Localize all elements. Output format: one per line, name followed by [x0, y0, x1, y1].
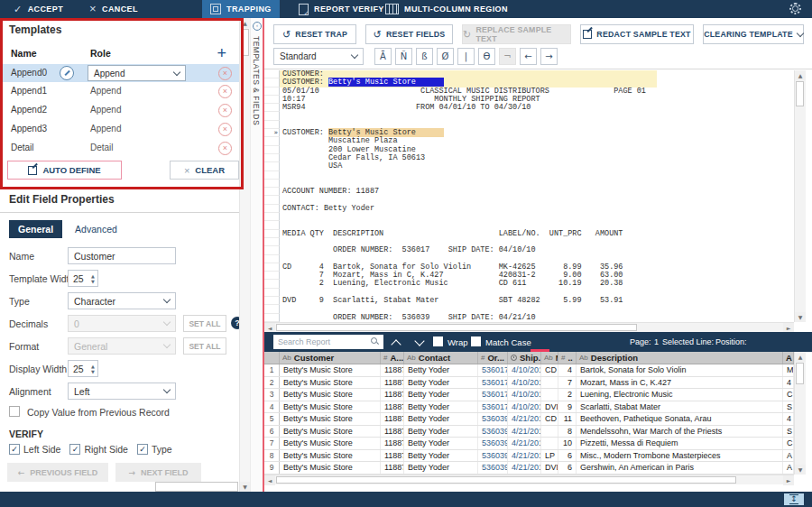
- line-gutter[interactable]: [264, 230, 280, 238]
- line-gutter[interactable]: [264, 272, 280, 280]
- stepper-arrows-icon[interactable]: ▲▼: [88, 364, 97, 374]
- scroll-right-icon[interactable]: ►: [783, 475, 794, 485]
- reset-trap-button[interactable]: ↺ RESET TRAP: [273, 24, 356, 44]
- report-line[interactable]: [264, 171, 794, 180]
- collapse-panel-icon[interactable]: ‹: [253, 22, 262, 31]
- tab-advanced[interactable]: Advanced: [75, 224, 117, 235]
- line-gutter[interactable]: [264, 88, 280, 96]
- report-line[interactable]: MEDIA QTY DESCRIPTION LABEL/NO. UNT_PRC …: [264, 230, 794, 238]
- table-row[interactable]: 8Betty's Music Store11887Betty Yoder5360…: [264, 450, 794, 463]
- report-line[interactable]: ORDER NUMBER: 536017 SHIP DATE: 04/10/10: [264, 246, 794, 254]
- template-row-Append0[interactable]: Append0Append×: [0, 64, 239, 82]
- column-header-a[interactable]: A: [783, 352, 794, 364]
- verify-checkbox-type[interactable]: ✓Type: [137, 444, 172, 455]
- column-header[interactable]: [264, 352, 280, 364]
- type-dropdown[interactable]: Character: [68, 292, 176, 309]
- display-width-stepper[interactable]: 25 ▲▼: [68, 360, 98, 377]
- line-gutter[interactable]: [264, 154, 280, 162]
- copy-value-checkbox[interactable]: [9, 406, 20, 417]
- report-horizontal-scrollbar[interactable]: ◄ ►: [264, 322, 794, 332]
- line-gutter[interactable]: [264, 263, 280, 272]
- checkbox[interactable]: ✓: [137, 444, 148, 455]
- char-button-Ɵ[interactable]: Ɵ: [478, 48, 495, 65]
- alignment-dropdown[interactable]: Left: [68, 383, 176, 400]
- table-vertical-scrollbar[interactable]: ▲ ▼: [794, 352, 806, 475]
- character-set-dropdown[interactable]: Standard: [273, 48, 364, 65]
- clearing-template-dropdown[interactable]: CLEARING TEMPLATE: [703, 24, 804, 44]
- line-gutter[interactable]: [264, 188, 280, 196]
- template-row-Append2[interactable]: Append2Append×: [0, 101, 239, 120]
- cancel-button[interactable]: × CANCEL: [81, 0, 146, 18]
- report-line[interactable]: [264, 213, 794, 221]
- scroll-up-icon[interactable]: ▲: [240, 18, 250, 28]
- reset-fields-button[interactable]: ↺ RESET FIELDS: [365, 24, 453, 44]
- char-button-Ñ[interactable]: Ñ: [395, 48, 412, 65]
- line-gutter[interactable]: [264, 180, 280, 188]
- table-row[interactable]: 3Betty's Music Store11887Betty Yoder5360…: [264, 389, 794, 401]
- redact-sample-text-button[interactable]: REDACT SAMPLE TEXT: [580, 24, 694, 44]
- scrollbar-thumb[interactable]: [276, 324, 637, 331]
- line-gutter[interactable]: [264, 70, 280, 78]
- checkbox[interactable]: ✓: [9, 444, 20, 455]
- selected-line-marker[interactable]: »: [264, 129, 280, 137]
- role-dropdown[interactable]: Append: [88, 65, 186, 81]
- search-icon[interactable]: [371, 337, 377, 344]
- left-panel-scrollbar[interactable]: ▲ ▼: [239, 18, 250, 492]
- delete-template-icon[interactable]: ×: [218, 67, 232, 80]
- table-row[interactable]: 4Betty's Music Store11887Betty Yoder5360…: [264, 401, 794, 414]
- scrollbar-thumb[interactable]: [276, 476, 736, 484]
- delete-template-icon[interactable]: ×: [218, 123, 232, 136]
- column-header-a[interactable]: #A...: [381, 352, 404, 364]
- template-row-Detail[interactable]: DetailDetail×: [0, 139, 239, 158]
- template-width-stepper[interactable]: 25 ▲▼: [68, 270, 98, 287]
- column-header-description[interactable]: AbDescription: [577, 352, 783, 364]
- char-button-Ø[interactable]: Ø: [437, 48, 454, 65]
- line-gutter[interactable]: [264, 78, 280, 87]
- column-header-m[interactable]: AbM.: [541, 352, 558, 364]
- tab-trapping[interactable]: TRAPPING: [202, 0, 280, 18]
- report-line[interactable]: ACCOUNT NUMBER: 11887: [264, 188, 794, 196]
- delete-template-icon[interactable]: ×: [218, 142, 232, 155]
- line-gutter[interactable]: [264, 104, 280, 112]
- stepper-arrows-icon[interactable]: ▲▼: [88, 273, 97, 284]
- line-gutter[interactable]: [264, 196, 280, 204]
- scroll-up-icon[interactable]: ▲: [795, 70, 806, 80]
- tab-multi-column-region[interactable]: MULTI-COLUMN REGION: [377, 0, 516, 18]
- fit-height-button[interactable]: ↕: [784, 493, 804, 505]
- report-line[interactable]: USA: [264, 162, 794, 171]
- settings-gear-icon[interactable]: [789, 3, 801, 14]
- templates-fields-strip[interactable]: ‹ TEMPLATES & FIELDS: [250, 18, 263, 492]
- report-line[interactable]: Cedar Falls, IA 50613: [264, 154, 794, 162]
- column-header-ship[interactable]: Ship...: [508, 352, 541, 364]
- search-next-icon[interactable]: [414, 336, 424, 346]
- line-gutter[interactable]: [264, 246, 280, 254]
- line-gutter[interactable]: [264, 280, 280, 288]
- wrap-checkbox[interactable]: [433, 336, 443, 346]
- line-gutter[interactable]: [264, 314, 280, 322]
- table-row[interactable]: 1Betty's Music Store11887Betty Yoder5360…: [264, 364, 794, 377]
- report-line[interactable]: CONTACT: Betty Yoder: [264, 205, 794, 213]
- table-row[interactable]: 9Betty's Music Store11887Betty Yoder5360…: [264, 462, 794, 475]
- report-line[interactable]: DVD 9 Scarlatti, Stabat Mater SBT 48282 …: [264, 297, 794, 305]
- delete-template-icon[interactable]: ×: [218, 85, 232, 98]
- char-button-→[interactable]: →: [540, 48, 558, 65]
- table-row[interactable]: 2Betty's Music Store11887Betty Yoder5360…: [264, 377, 794, 390]
- line-gutter[interactable]: [264, 205, 280, 213]
- scroll-down-icon[interactable]: ▼: [795, 312, 806, 322]
- verify-checkbox-left-side[interactable]: ✓Left Side: [9, 444, 60, 455]
- search-previous-icon[interactable]: [391, 339, 401, 349]
- accept-button[interactable]: ✓ ACCEPT: [5, 0, 71, 18]
- line-gutter[interactable]: [264, 297, 280, 305]
- clear-button[interactable]: × CLEAR: [170, 161, 239, 180]
- scrollbar-thumb[interactable]: [241, 29, 249, 56]
- column-header-[interactable]: #..: [558, 352, 577, 364]
- line-gutter[interactable]: [264, 112, 280, 120]
- edit-template-icon[interactable]: [60, 66, 74, 80]
- line-gutter[interactable]: [264, 289, 280, 297]
- report-line[interactable]: ORDER NUMBER: 536039 SHIP DATE: 04/21/10: [264, 314, 794, 322]
- report-line[interactable]: [264, 112, 794, 120]
- char-button-ß[interactable]: ß: [416, 48, 433, 65]
- scroll-down-icon[interactable]: ▼: [240, 482, 250, 492]
- column-header-customer[interactable]: AbCustomer: [280, 352, 381, 364]
- line-gutter[interactable]: [264, 137, 280, 145]
